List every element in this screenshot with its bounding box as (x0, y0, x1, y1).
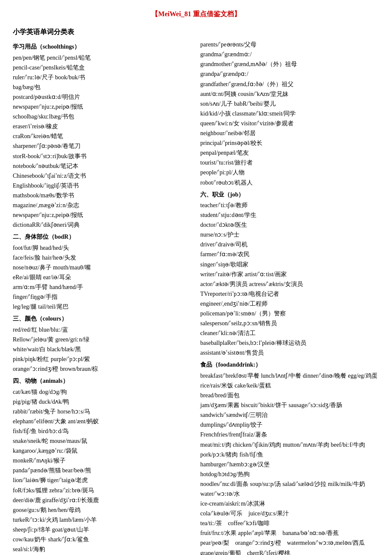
word-line: policeman/pəˈliːsmən/（男）警察 (200, 309, 379, 318)
word-line: robot/ˈrəubɔt/机器人 (200, 178, 379, 188)
word-line: penpal/penpæl/笔友 (200, 148, 379, 158)
word-line: newspaper/ˈnjuːz,peipə/报纸 (13, 210, 192, 220)
section-title: 二、身体部位（bodR） (13, 232, 192, 242)
word-line: sharpener/ˈʃɑːpənə/卷笔刀 (13, 141, 192, 151)
main-title: 小学英语单词分类表 (13, 26, 379, 38)
word-line: son/sʌn/儿子 babR/ˈbeibi/婴儿 (200, 99, 379, 109)
word-line: noodles/ˈnuːdl/面条 soup/suːp/汤 salad/ˈsæl… (200, 479, 379, 489)
word-line: newspaper/ˈnjuːz,peipə/报纸 (13, 102, 192, 112)
word-line: principal/ˈprinsəpəl/校长 (200, 138, 379, 148)
word-line: cat/kæt/猫 dog/dɔg/狗 (13, 387, 192, 397)
word-line: singer/ˈsiŋə/歌唱家 (200, 260, 379, 269)
word-line: sheep/ʃiːp/绵羊 goat/gəut/山羊 (13, 525, 192, 535)
word-line: farmer/ˈfɑːmə/农民 (200, 249, 379, 259)
word-line: Chinesebook/ˈtʃaiˈniːz/语文书 (13, 171, 192, 181)
word-line: driver/ˈdraivə/司机 (200, 240, 379, 249)
word-line: jam/dʒæm/果酱 biscuit/ˈbiskit/饼干 sausage/ˈ… (200, 400, 379, 410)
word-line: cow/kau/奶牛 shark/ˈʃɑːk/鲨鱼 (13, 535, 192, 544)
word-line: meat/miːt/肉 chicken/ˈtʃikin/鸡肉 mutton/ˈm… (200, 440, 379, 450)
word-line: deer/diə/鹿 giraffe/dʒiˈrɑːf/长颈鹿 (13, 495, 192, 505)
word-line: tourist/ˈtuːrist/旅行者 (200, 158, 379, 168)
word-line: dumplings/ˈdʌmpliŋ/饺子 (200, 420, 379, 430)
word-line: salesperson/ˈseilz,pɔːsn/销售员 (200, 318, 379, 328)
word-line: schoolbag/skuːlbæg/书包 (13, 112, 192, 121)
word-line: finger/ˈfiŋgə/手指 (13, 292, 192, 302)
word-line: grandfather/ˈgrænd,fɑːðə/（外）祖父 (200, 79, 379, 89)
word-line: foR/fɔks/狐狸 zebra/ˈziːbrə/斑马 (13, 486, 192, 495)
word-line: engineer/ˌendʒiˈniə/工程师 (200, 299, 379, 309)
word-line: nurse/nɔːs/护士 (200, 230, 379, 240)
word-line: rice/rais/米饭 cake/keik/蛋糕 (200, 381, 379, 390)
word-line: fish/fiʃ/鱼 bird/bɔːd/鸟 (13, 426, 192, 436)
word-line: breakfast/ˈbrekfəst/早餐 lunch/lʌntʃ/中餐 di… (200, 371, 379, 381)
word-line: pen/pen/钢笔 pencil/ˈpensl/铅笔 (13, 53, 192, 63)
word-line: bag/bæg/包 (13, 82, 192, 92)
word-line: doctor/ˈdɔktə/医生 (200, 220, 379, 230)
word-line: pear/peə/梨 orange/ˈɔːrindʒ/橙 watermelon/… (200, 538, 379, 548)
word-line: notebook/ˈnəutbuk/笔记本 (13, 161, 192, 171)
section-title: 食品（foodanddrink:） (200, 360, 379, 370)
word-line: white/wait/白 black/blæk/黑 (13, 344, 192, 354)
word-line: pink/piŋk/粉红 purple/ˈpɔːpl/紫 (13, 354, 192, 364)
word-line: panda/ˈpændə/熊猫 bear/beə/熊 (13, 465, 192, 475)
word-line: Englishbook/ˈiŋgliʃ/英语书 (13, 181, 192, 191)
right-column: parents/ˈpeərənts/父母grandma/ˈgrændmɑː/gr… (200, 40, 379, 555)
word-line: turkeR/ˈtɔːki/火鸡 lamb/læm/小羊 (13, 515, 192, 525)
word-line: teacher/ˈtiːtʃə/教师 (200, 200, 379, 210)
word-line: fruit/fruːt/水果 apple/ˈæpl/苹果 banana/bəˈn… (200, 528, 379, 538)
word-line: face/feis/脸 hair/heə/头发 (13, 253, 192, 263)
left-column: 学习用品（schoolthings）pen/pen/钢笔 pencil/ˈpen… (13, 40, 192, 555)
word-line: monkeR/ˈmʌŋki/猴子 (13, 456, 192, 465)
header-watermark: 【MeiWei_81 重点借鉴文档】 (13, 9, 379, 20)
word-line: grandpa/ˈgrændpɑː/ (200, 69, 379, 79)
word-line: people/ˈpiːpl/人物 (200, 168, 379, 177)
word-line: storR-book/ˈstɔːri]buk/故事书 (13, 151, 192, 161)
word-line: assistant/əˈsistənt/售货员 (200, 348, 379, 358)
word-line: pork/pɔːk/猪肉 fish/fiʃ/鱼 (200, 450, 379, 460)
section-title: 三、颜色（colours） (13, 314, 192, 324)
word-line: leg/leg/腿 tail/teil/尾巴 (13, 302, 192, 312)
word-line: nose/nəuz/鼻子 mouth/mauθ/嘴 (13, 263, 192, 272)
word-line: parents/ˈpeərənts/父母 (200, 40, 379, 49)
word-line: dictionaRR/ˈdikʃəneri/词典 (13, 220, 192, 230)
word-line: craRon/ˈkreiən/蜡笔 (13, 131, 192, 141)
word-line: red/red/红 blue/bluː/蓝 (13, 325, 192, 335)
word-line: orange/ˈɔːrindʒ/橙 brown/braun/棕 (13, 364, 192, 374)
section-title: 六、职业（job） (200, 190, 379, 199)
word-line: hotdog/hɔtdɔg/热狗 (200, 469, 379, 479)
word-line: Frenchfries/frentʃfraiz/薯条 (200, 430, 379, 439)
word-line: kid/kid/小孩 classmate/ˈklɑːsmeit/同学 (200, 109, 379, 119)
word-line: grandmother/ˈgrænd,mʌðə/（外）祖母 (200, 59, 379, 69)
word-line: cleaner/ˈkliːnə/清洁工 (200, 328, 379, 338)
word-line: hamburger/ˈhæmbɔːgə/汉堡 (200, 460, 379, 469)
word-line: bread/bred/面包 (200, 390, 379, 400)
section-title: 四、动物（animals） (13, 376, 192, 386)
word-line: snake/sneik/蛇 mouse/maus/鼠 (13, 436, 192, 446)
word-line: actor/ˈæktə/男演员 actress/ˈæktris/女演员 (200, 279, 379, 289)
word-line: student/ˈstjuːdənt/学生 (200, 210, 379, 220)
word-line: mathsbook/mæθs/数学书 (13, 191, 192, 200)
word-line: seal/siːl/海豹 (13, 544, 192, 554)
word-line: foot/fut/脚 head/hed/头 (13, 243, 192, 253)
word-line: magazine/ˌmægəˈziːn/杂志 (13, 200, 192, 210)
word-line: tea/tiː/茶 coffee/ˈkɔfi/咖啡 (200, 518, 379, 528)
word-line: neighbour/ˈneibə/邻居 (200, 128, 379, 138)
word-line: sandwich/ˈsændwitʃ/三明治 (200, 410, 379, 420)
word-line: aunt/ɑːnt/阿姨 cousin/ˈkʌzn/堂兄妹 (200, 89, 379, 99)
word-line: ice-cream/aiskriːm/冰淇淋 (200, 499, 379, 509)
word-line: Rellow/ˈjeləu/黄 green/griːn/绿 (13, 335, 192, 344)
word-line: TVreporter/riˈpɔːtə/电视台记者 (200, 289, 379, 299)
word-line: water/ˈwɔːtə/水 (200, 489, 379, 499)
word-line: arm/ɑːm/手臂 hand/hænd/手 (13, 282, 192, 292)
word-line: postcard/pəustkɑːd/明信片 (13, 92, 192, 102)
word-line: lion/ˈlaiən/狮 tiger/ˈtaigə/老虎 (13, 475, 192, 485)
section-title: 学习用品（schoolthings） (13, 42, 192, 52)
word-line: goose/guːs/鹅 hen/hen/母鸡 (13, 505, 192, 515)
word-line: rabbit/ˈræbit/兔子 horse/hɔːs/马 (13, 407, 192, 416)
word-line: ruler/ˈruːlə/尺子 book/buk/书 (13, 72, 192, 82)
word-line: cola/ˈkəulə/可乐 juice/dʒuːs/果汁 (200, 509, 379, 518)
word-line: pencil-case/ˈpenslkeis/铅笔盒 (13, 63, 192, 72)
word-line: grandma/ˈgrændmɑː/ (200, 49, 379, 59)
word-line: pig/pig/猪 duck/dʌk/鸭 (13, 397, 192, 407)
word-line: baseballplaRer/ˈbeis,bɔːlˈpleiə/棒球运动员 (200, 338, 379, 348)
